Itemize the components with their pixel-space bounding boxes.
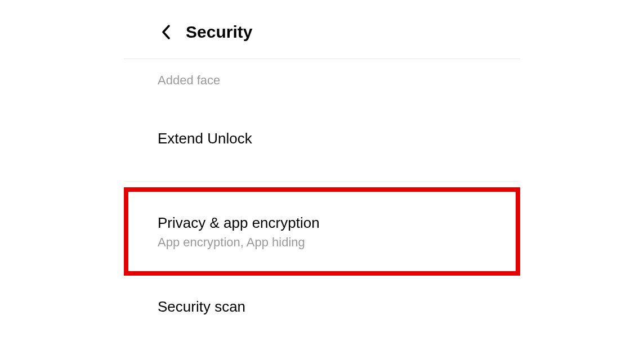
menu-item-subtitle: App encryption, App hiding [158,235,516,250]
menu-item-title: Security scan [158,298,644,316]
menu-item-extend-unlock[interactable]: Extend Unlock [0,130,644,147]
menu-item-security-scan[interactable]: Security scan [0,298,644,316]
menu-item-title: Extend Unlock [158,130,644,147]
menu-item-privacy-encryption[interactable]: Privacy & app encryption App encryption,… [124,187,520,276]
menu-item-title: Privacy & app encryption [158,214,516,232]
section-label-added-face: Added face [0,59,644,88]
page-title: Security [186,22,252,42]
divider [124,181,520,182]
page-header: Security [0,22,644,58]
back-icon[interactable] [158,24,175,40]
